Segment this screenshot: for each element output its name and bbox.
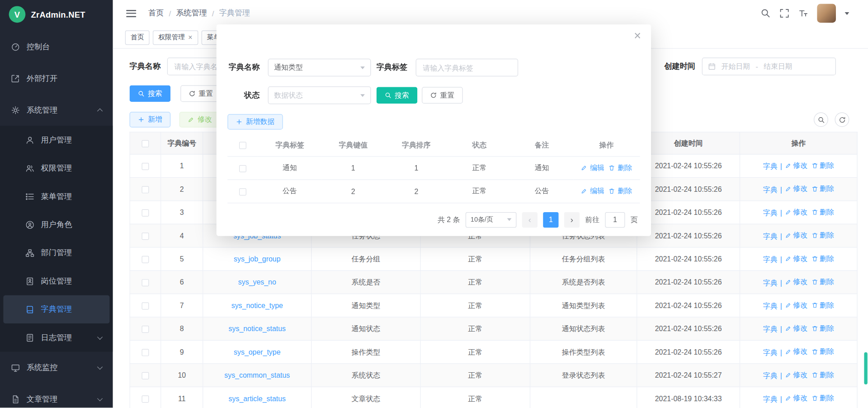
delete-link[interactable]: 删除: [811, 277, 834, 287]
dict-data-link[interactable]: 字典: [763, 185, 778, 195]
row-checkbox[interactable]: [239, 188, 246, 195]
sidebar-item-users[interactable]: 用户管理: [0, 126, 113, 154]
reset-button[interactable]: 重置: [180, 85, 222, 102]
dict-name-link[interactable]: sys_oper_type: [234, 348, 281, 356]
edit-link[interactable]: 修改: [785, 230, 807, 240]
sidebar-item-logs[interactable]: 日志管理: [0, 323, 113, 351]
delete-link[interactable]: 删除: [811, 160, 834, 170]
dict-data-link[interactable]: 字典: [763, 208, 778, 218]
edit-link[interactable]: 修改: [785, 184, 807, 194]
delete-link[interactable]: 删除: [811, 393, 834, 403]
sidebar-item-monitor[interactable]: 系统监控: [0, 352, 113, 384]
edit-link[interactable]: 编辑: [581, 186, 605, 196]
row-checkbox[interactable]: [142, 256, 149, 263]
delete-link[interactable]: 删除: [811, 230, 834, 240]
dict-data-link[interactable]: 字典: [763, 161, 778, 171]
select-all-checkbox[interactable]: [142, 140, 149, 147]
show-search-button[interactable]: [814, 113, 828, 127]
dict-tag-input[interactable]: [416, 59, 519, 76]
sidebar-item-system[interactable]: 系统管理: [0, 94, 113, 126]
row-checkbox[interactable]: [142, 372, 149, 380]
page-size-select[interactable]: 10条/页: [466, 212, 517, 227]
dict-data-link[interactable]: 字典: [763, 231, 778, 241]
edit-link[interactable]: 修改: [785, 160, 807, 170]
font-size-icon[interactable]: [798, 8, 808, 18]
row-checkbox[interactable]: [142, 326, 149, 333]
tab-home[interactable]: 首页: [125, 30, 150, 45]
fullscreen-icon[interactable]: [779, 8, 789, 18]
search-button[interactable]: 搜索: [130, 85, 171, 102]
next-page-button[interactable]: ›: [564, 212, 580, 227]
delete-link[interactable]: 删除: [811, 207, 834, 217]
delete-link[interactable]: 删除: [609, 186, 632, 196]
delete-link[interactable]: 删除: [609, 163, 632, 173]
delete-link[interactable]: 删除: [811, 346, 834, 356]
goto-page-input[interactable]: [605, 212, 625, 227]
dict-data-link[interactable]: 字典: [763, 347, 778, 357]
refresh-button[interactable]: [835, 113, 849, 127]
row-checkbox[interactable]: [142, 349, 149, 356]
sidebar-item-external[interactable]: 外部打开: [0, 62, 113, 94]
edit-link[interactable]: 修改: [785, 277, 807, 287]
row-checkbox[interactable]: [142, 232, 149, 240]
edit-button[interactable]: 修改: [179, 112, 221, 127]
delete-link[interactable]: 删除: [811, 323, 834, 333]
close-icon[interactable]: ×: [634, 30, 641, 42]
edit-link[interactable]: 编辑: [581, 163, 605, 173]
dict-name-link[interactable]: sys_common_status: [224, 371, 290, 379]
dict-name-select[interactable]: 通知类型: [268, 59, 371, 76]
sidebar-item-articles[interactable]: 文章管理: [0, 383, 113, 408]
user-menu-caret-icon[interactable]: [845, 12, 849, 14]
delete-link[interactable]: 删除: [811, 370, 834, 380]
sidebar-item-permissions[interactable]: 权限管理: [0, 154, 113, 182]
edit-link[interactable]: 修改: [785, 370, 807, 380]
dict-data-link[interactable]: 字典: [763, 255, 778, 265]
tab-permission[interactable]: 权限管理 ×: [153, 30, 198, 45]
user-avatar[interactable]: [817, 4, 836, 23]
row-checkbox[interactable]: [142, 303, 149, 310]
sidebar-item-departments[interactable]: 部门管理: [0, 239, 113, 267]
edit-link[interactable]: 修改: [785, 323, 807, 333]
dict-data-link[interactable]: 字典: [763, 371, 778, 381]
add-dict-data-button[interactable]: 新增数据: [227, 114, 283, 129]
add-button[interactable]: 新增: [130, 112, 171, 127]
current-page-button[interactable]: 1: [543, 212, 558, 227]
sidebar-item-console[interactable]: 控制台: [0, 31, 113, 63]
sidebar-item-roles[interactable]: 用户角色: [0, 210, 113, 238]
dict-name-link[interactable]: sys_job_group: [234, 255, 281, 263]
edit-link[interactable]: 修改: [785, 207, 807, 217]
row-checkbox[interactable]: [142, 395, 149, 403]
data-status-select[interactable]: 数据状态: [268, 86, 371, 104]
search-icon[interactable]: [760, 8, 770, 18]
breadcrumb-system[interactable]: 系统管理: [176, 8, 207, 18]
edit-link[interactable]: 修改: [785, 253, 807, 263]
dict-name-link[interactable]: sys_notice_type: [231, 301, 283, 309]
dict-data-link[interactable]: 字典: [763, 324, 778, 334]
date-range-picker[interactable]: 开始日期 - 结束日期: [702, 57, 836, 75]
dict-data-link[interactable]: 字典: [763, 394, 778, 404]
row-checkbox[interactable]: [239, 165, 246, 172]
dict-name-link[interactable]: sys_notice_status: [229, 325, 286, 333]
row-checkbox[interactable]: [142, 209, 149, 217]
breadcrumb-home[interactable]: 首页: [148, 8, 164, 18]
edit-link[interactable]: 修改: [785, 300, 807, 310]
row-checkbox[interactable]: [142, 279, 149, 286]
dict-data-link[interactable]: 字典: [763, 301, 778, 311]
edit-link[interactable]: 修改: [785, 346, 807, 356]
edit-link[interactable]: 修改: [785, 393, 807, 403]
tab-close-icon[interactable]: ×: [188, 34, 192, 41]
delete-link[interactable]: 删除: [811, 300, 834, 310]
sidebar-item-dictionary[interactable]: 字典管理: [3, 295, 109, 323]
scrollbar-thumb[interactable]: [864, 352, 867, 384]
dialog-search-button[interactable]: 搜索: [377, 87, 418, 104]
sidebar-item-posts[interactable]: 岗位管理: [0, 267, 113, 295]
prev-page-button[interactable]: ‹: [522, 212, 538, 227]
dict-data-link[interactable]: 字典: [763, 278, 778, 288]
dict-name-link[interactable]: sys_yes_no: [238, 278, 276, 286]
row-checkbox[interactable]: [142, 163, 149, 170]
dialog-reset-button[interactable]: 重置: [422, 87, 463, 104]
select-all-checkbox[interactable]: [239, 142, 246, 149]
dict-name-link[interactable]: sys_article_status: [229, 394, 286, 403]
sidebar-toggle-icon[interactable]: [126, 9, 136, 17]
sidebar-item-menus[interactable]: 菜单管理: [0, 182, 113, 210]
